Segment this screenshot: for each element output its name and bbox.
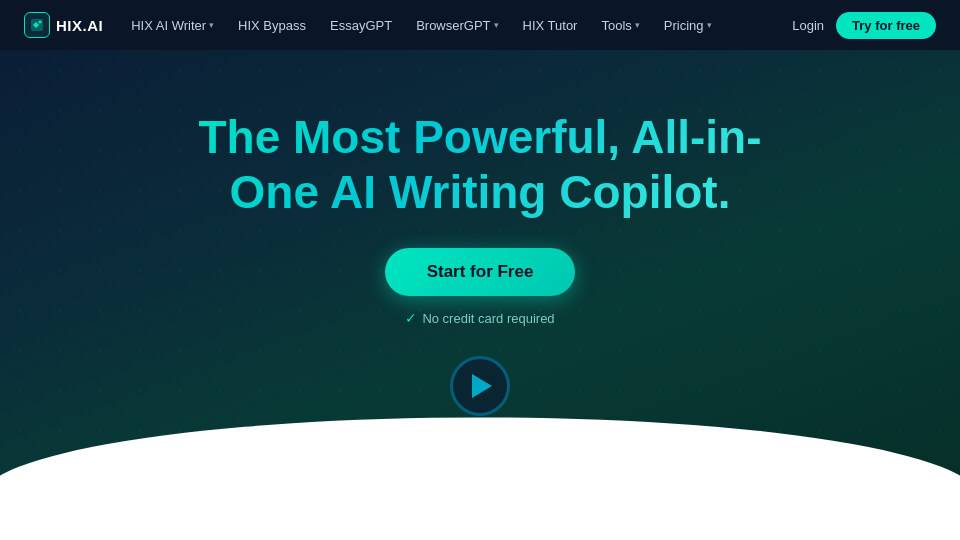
hero-content: The Most Powerful, All-in- One AI Writin… xyxy=(20,110,940,416)
play-video-button[interactable] xyxy=(450,356,510,416)
nav-item-hix-bypass[interactable]: HIX Bypass xyxy=(228,12,316,39)
check-icon: ✓ xyxy=(405,310,417,326)
hero-subtitle: ✓ No credit card required xyxy=(20,310,940,326)
chevron-down-icon: ▾ xyxy=(209,20,214,30)
svg-point-1 xyxy=(39,21,42,24)
nav-item-tools[interactable]: Tools ▾ xyxy=(591,12,649,39)
play-icon xyxy=(472,374,492,398)
try-for-free-button[interactable]: Try for free xyxy=(836,12,936,39)
nav-item-browsergpt[interactable]: BrowserGPT ▾ xyxy=(406,12,508,39)
hero-title: The Most Powerful, All-in- One AI Writin… xyxy=(140,110,820,220)
nav-item-hix-tutor[interactable]: HIX Tutor xyxy=(513,12,588,39)
chevron-down-icon: ▾ xyxy=(707,20,712,30)
navbar: HIX.AI HIX AI Writer ▾ HIX Bypass EssayG… xyxy=(0,0,960,50)
products-section: Discover Our Featured Products HIX.AI Da… xyxy=(0,496,960,540)
nav-item-essaygpt[interactable]: EssayGPT xyxy=(320,12,402,39)
chevron-down-icon: ▾ xyxy=(494,20,499,30)
logo[interactable]: HIX.AI xyxy=(24,12,103,38)
products-section-title: Discover Our Featured Products xyxy=(20,536,940,540)
chevron-down-icon: ▾ xyxy=(635,20,640,30)
nav-actions: Login Try for free xyxy=(792,12,936,39)
nav-item-pricing[interactable]: Pricing ▾ xyxy=(654,12,722,39)
login-button[interactable]: Login xyxy=(792,18,824,33)
logo-text: HIX.AI xyxy=(56,17,103,34)
hero-section: The Most Powerful, All-in- One AI Writin… xyxy=(0,50,960,496)
nav-items: HIX AI Writer ▾ HIX Bypass EssayGPT Brow… xyxy=(121,12,792,39)
nav-item-hix-writer[interactable]: HIX AI Writer ▾ xyxy=(121,12,224,39)
logo-icon xyxy=(24,12,50,38)
start-for-free-button[interactable]: Start for Free xyxy=(385,248,576,296)
